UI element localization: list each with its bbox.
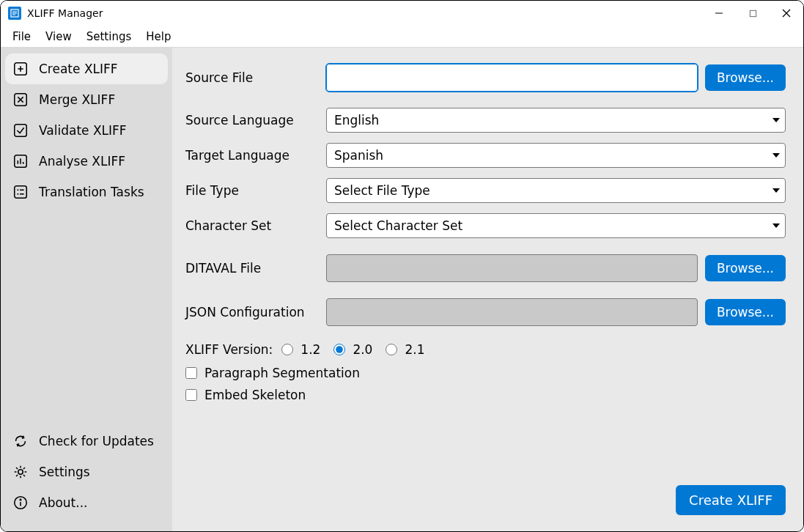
svg-rect-14 [15,186,27,199]
gear-icon [12,464,29,480]
json-config-browse-button[interactable]: Browse... [705,299,786,325]
json-config-label: JSON Configuration [185,305,326,319]
xliff-version-label: XLIFF Version: [185,342,273,357]
xliff-version-2-1-radio[interactable] [386,344,397,355]
app-icon [8,7,21,20]
titlebar: XLIFF Manager [1,1,803,26]
main-pane: Source File Browse... Source Language En… [172,48,803,531]
source-file-browse-button[interactable]: Browse... [705,64,786,91]
sidebar-item-label: Check for Updates [39,434,154,448]
menu-view[interactable]: View [38,27,79,46]
file-type-label: File Type [185,183,326,198]
menu-help[interactable]: Help [139,27,178,46]
sidebar-item-merge[interactable]: Merge XLIFF [5,84,168,115]
sidebar-item-label: Merge XLIFF [39,92,115,107]
xliff-version-row: XLIFF Version: 1.2 2.0 2.1 [185,342,786,357]
character-set-label: Character Set [185,218,326,233]
paragraph-segmentation-checkbox[interactable] [185,367,197,379]
ditaval-file-label: DITAVAL File [185,261,326,276]
svg-point-19 [18,470,23,474]
plus-box-icon [12,61,29,77]
sidebar-item-settings[interactable]: Settings [5,457,168,487]
svg-rect-9 [15,125,27,137]
xliff-version-2-1-label: 2.1 [405,342,424,357]
embed-skeleton-checkbox[interactable] [185,389,197,401]
ditaval-browse-button[interactable]: Browse... [705,255,786,281]
minimize-button[interactable] [702,1,736,26]
svg-point-22 [20,499,21,500]
sidebar-item-tasks[interactable]: Translation Tasks [5,177,168,207]
sidebar-item-about[interactable]: About... [5,487,168,518]
source-file-label: Source File [185,70,326,85]
menubar: File View Settings Help [1,26,803,48]
xliff-version-2-0-label: 2.0 [353,342,372,357]
sidebar-item-label: Translation Tasks [39,185,144,199]
merge-icon [12,92,29,108]
sidebar: Create XLIFF Merge XLIFF Validate XLIFF … [1,48,172,531]
window-title: XLIFF Manager [27,7,103,19]
maximize-button[interactable] [736,1,770,26]
refresh-icon [12,433,29,449]
embed-skeleton-label: Embed Skeleton [204,388,306,402]
sidebar-item-updates[interactable]: Check for Updates [5,426,168,457]
source-language-label: Source Language [185,113,326,128]
chart-box-icon [12,153,29,169]
close-button[interactable] [770,1,803,26]
sidebar-item-label: Create XLIFF [39,62,118,76]
xliff-version-1-2-label: 1.2 [300,342,320,357]
json-config-input [326,298,698,326]
sidebar-item-label: Analyse XLIFF [39,154,125,169]
ditaval-file-input [326,254,698,282]
sidebar-item-label: About... [39,495,87,510]
sidebar-item-label: Validate XLIFF [39,123,127,138]
menu-settings[interactable]: Settings [79,27,139,46]
paragraph-segmentation-label: Paragraph Segmentation [204,366,360,380]
file-type-select[interactable]: Select File Type [326,178,786,203]
svg-rect-2 [750,10,756,16]
xliff-version-1-2-radio[interactable] [281,344,293,355]
target-language-label: Target Language [185,148,326,163]
sidebar-item-analyse[interactable]: Analyse XLIFF [5,146,168,177]
list-box-icon [12,184,29,200]
source-language-select[interactable]: English [326,108,786,133]
sidebar-item-label: Settings [39,465,90,479]
sidebar-item-validate[interactable]: Validate XLIFF [5,115,168,146]
target-language-select[interactable]: Spanish [326,143,786,168]
info-icon [12,495,29,511]
create-xliff-button[interactable]: Create XLIFF [676,485,786,515]
character-set-select[interactable]: Select Character Set [326,213,786,238]
sidebar-item-create[interactable]: Create XLIFF [5,53,168,84]
source-file-input[interactable] [326,64,698,92]
menu-file[interactable]: File [5,27,38,46]
xliff-version-2-0-radio[interactable] [333,344,345,355]
checkmark-box-icon [12,122,29,138]
